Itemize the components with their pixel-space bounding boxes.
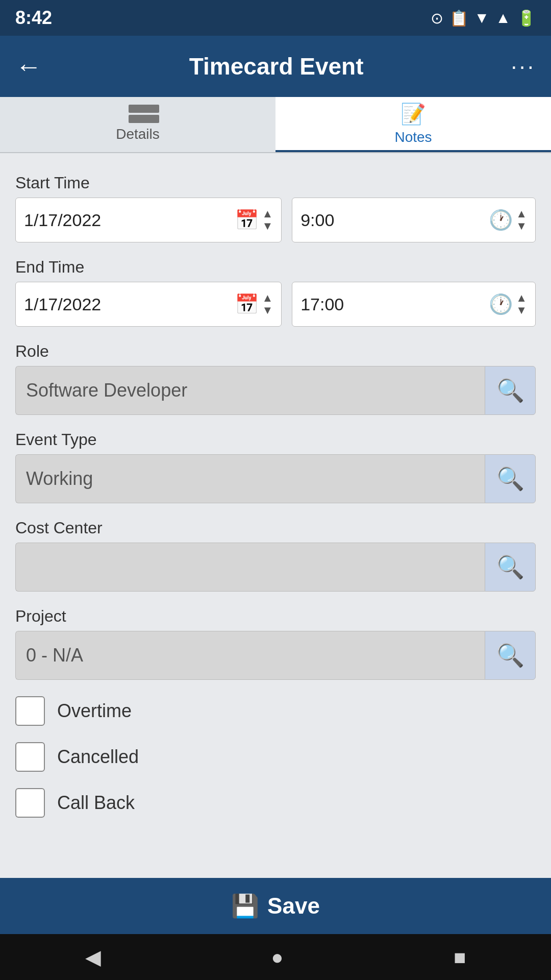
back-button[interactable]: ←	[15, 53, 42, 80]
nav-home-button[interactable]: ●	[271, 946, 283, 969]
project-search-icon: 🔍	[496, 642, 524, 669]
cost-center-field-row: 🔍	[15, 543, 536, 592]
save-bar[interactable]: 💾 Save	[0, 878, 551, 934]
project-field-row: 0 - N/A 🔍	[15, 631, 536, 680]
event-type-search-button[interactable]: 🔍	[485, 454, 536, 503]
start-time-input[interactable]: 9:00 🕐 ▲ ▼	[292, 198, 536, 242]
end-date-down-arrow[interactable]: ▼	[262, 304, 273, 316]
tab-bar: Details 📝 Notes	[0, 97, 551, 153]
start-time-label: Start Time	[15, 174, 536, 192]
end-time-clock-icon: 🕐	[489, 293, 513, 315]
notes-tab-icon: 📝	[400, 102, 426, 126]
start-time-value: 9:00	[300, 210, 489, 230]
more-options-button[interactable]: ···	[511, 54, 536, 79]
details-tab-icon	[127, 105, 149, 123]
start-time-spinner[interactable]: ▲ ▼	[516, 208, 527, 232]
cost-center-input[interactable]	[15, 543, 485, 592]
status-icons: ⊙ 📋 ▼ ▲ 🔋	[431, 9, 536, 27]
end-date-value: 1/17/2022	[24, 295, 235, 314]
cost-center-search-button[interactable]: 🔍	[485, 543, 536, 592]
tab-details[interactable]: Details	[0, 97, 276, 152]
nav-bar: ◀ ● ■	[0, 934, 551, 980]
end-date-up-arrow[interactable]: ▲	[262, 292, 273, 304]
start-time-row: 1/17/2022 📅 ▲ ▼ 9:00 🕐 ▲ ▼	[15, 198, 536, 242]
project-search-button[interactable]: 🔍	[485, 631, 536, 680]
signal-icon: ▲	[495, 9, 511, 27]
project-input[interactable]: 0 - N/A	[15, 631, 485, 680]
role-field-row: Software Developer 🔍	[15, 366, 536, 415]
end-time-up-arrow[interactable]: ▲	[516, 292, 527, 304]
end-date-input[interactable]: 1/17/2022 📅 ▲ ▼	[15, 282, 282, 327]
status-bar: 8:42 ⊙ 📋 ▼ ▲ 🔋	[0, 0, 551, 36]
cost-center-search-icon: 🔍	[496, 554, 524, 580]
event-type-value: Working	[26, 468, 93, 489]
role-search-button[interactable]: 🔍	[485, 366, 536, 415]
end-time-down-arrow[interactable]: ▼	[516, 304, 527, 316]
save-icon: 💾	[231, 893, 259, 919]
role-search-icon: 🔍	[496, 377, 524, 404]
end-time-value: 17:00	[300, 295, 489, 314]
start-date-down-arrow[interactable]: ▼	[262, 220, 273, 232]
start-date-value: 1/17/2022	[24, 210, 235, 230]
cancelled-checkbox[interactable]	[15, 742, 45, 772]
start-date-calendar-icon: 📅	[235, 209, 259, 231]
end-time-spinner[interactable]: ▲ ▼	[516, 292, 527, 316]
event-type-field-row: Working 🔍	[15, 454, 536, 503]
form-content: Start Time 1/17/2022 📅 ▲ ▼ 9:00 🕐 ▲ ▼ En…	[0, 153, 551, 878]
overtime-checkbox[interactable]	[15, 696, 45, 726]
clipboard-status-icon: 📋	[449, 9, 468, 27]
save-label: Save	[267, 893, 320, 919]
cancelled-label: Cancelled	[57, 746, 139, 768]
wifi-icon: ▼	[474, 9, 490, 27]
nav-back-button[interactable]: ◀	[85, 945, 101, 969]
callback-label: Call Back	[57, 792, 135, 814]
project-label: Project	[15, 607, 536, 626]
start-time-down-arrow[interactable]: ▼	[516, 220, 527, 232]
start-date-spinner[interactable]: ▲ ▼	[262, 208, 273, 232]
details-tab-label: Details	[116, 126, 160, 142]
role-label: Role	[15, 342, 536, 361]
tab-notes[interactable]: 📝 Notes	[276, 97, 551, 152]
start-time-up-arrow[interactable]: ▲	[516, 208, 527, 220]
role-value: Software Developer	[26, 380, 187, 401]
event-type-input[interactable]: Working	[15, 454, 485, 503]
event-type-search-icon: 🔍	[496, 465, 524, 492]
end-time-input[interactable]: 17:00 🕐 ▲ ▼	[292, 282, 536, 327]
save-button[interactable]: 💾 Save	[231, 893, 320, 919]
battery-icon: 🔋	[517, 9, 536, 27]
circle-status-icon: ⊙	[431, 9, 443, 27]
end-date-calendar-icon: 📅	[235, 293, 259, 315]
page-title: Timecard Event	[189, 53, 364, 80]
nav-square-button[interactable]: ■	[454, 946, 466, 969]
callback-checkbox[interactable]	[15, 788, 45, 818]
cancelled-row: Cancelled	[15, 742, 536, 772]
start-time-clock-icon: 🕐	[489, 209, 513, 231]
cost-center-label: Cost Center	[15, 519, 536, 537]
overtime-row: Overtime	[15, 696, 536, 726]
notes-tab-label: Notes	[394, 129, 432, 145]
role-input[interactable]: Software Developer	[15, 366, 485, 415]
event-type-label: Event Type	[15, 430, 536, 449]
app-bar: ← Timecard Event ···	[0, 36, 551, 97]
end-date-spinner[interactable]: ▲ ▼	[262, 292, 273, 316]
project-value: 0 - N/A	[26, 645, 83, 666]
end-time-row: 1/17/2022 📅 ▲ ▼ 17:00 🕐 ▲ ▼	[15, 282, 536, 327]
status-time: 8:42	[15, 7, 52, 29]
start-date-input[interactable]: 1/17/2022 📅 ▲ ▼	[15, 198, 282, 242]
callback-row: Call Back	[15, 788, 536, 818]
overtime-label: Overtime	[57, 700, 132, 722]
start-date-up-arrow[interactable]: ▲	[262, 208, 273, 220]
end-time-label: End Time	[15, 258, 536, 277]
